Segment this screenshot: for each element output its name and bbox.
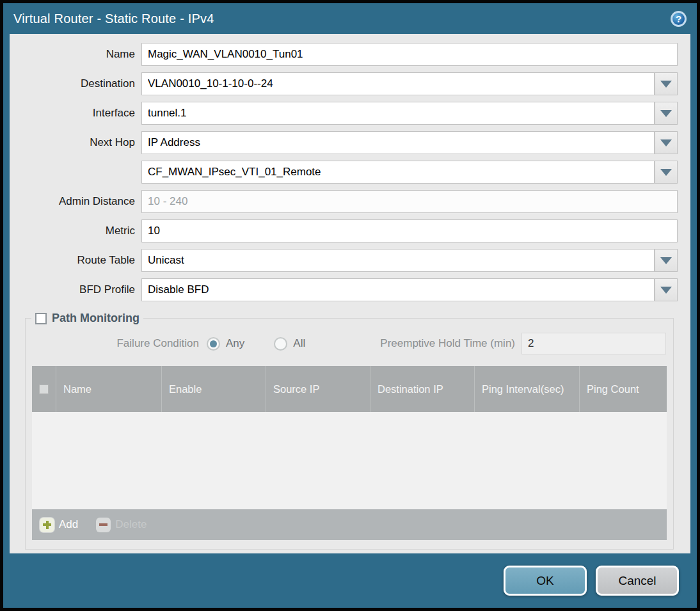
bfd-profile-input[interactable] — [141, 278, 655, 301]
minus-icon — [96, 518, 111, 532]
next-hop-address-dropdown-button[interactable] — [655, 161, 678, 184]
column-header-destination-ip[interactable]: Destination IP — [370, 366, 475, 412]
next-hop-type-dropdown-button[interactable] — [655, 131, 678, 154]
dialog-titlebar: Virtual Router - Static Route - IPv4 ? — [3, 3, 697, 34]
next-hop-label: Next Hop — [10, 131, 141, 154]
select-all-checkbox[interactable] — [39, 385, 49, 394]
path-monitoring-section: Path Monitoring Failure Condition Any Al… — [25, 312, 674, 550]
preemptive-hold-time-label: Preemptive Hold Time (min) — [380, 337, 521, 350]
chevron-down-icon — [660, 287, 672, 294]
interface-input[interactable] — [141, 102, 655, 125]
help-icon[interactable]: ? — [671, 11, 687, 27]
metric-row: Metric — [10, 219, 678, 242]
destination-row: Destination — [10, 72, 678, 95]
name-row: Name — [10, 43, 678, 66]
delete-button-label: Delete — [115, 518, 147, 531]
chevron-down-icon — [660, 110, 672, 117]
failure-condition-label: Failure Condition — [33, 337, 207, 350]
ok-button[interactable]: OK — [504, 566, 587, 596]
admin-distance-label: Admin Distance — [10, 190, 141, 213]
admin-distance-input[interactable] — [141, 190, 678, 213]
failure-condition-radio-all[interactable] — [274, 337, 287, 351]
plus-icon — [40, 518, 54, 532]
select-all-checkbox-cell — [32, 366, 56, 412]
delete-button[interactable]: Delete — [96, 518, 147, 532]
column-header-source-ip[interactable]: Source IP — [266, 366, 370, 412]
next-hop-row: Next Hop — [10, 131, 678, 154]
column-header-enable[interactable]: Enable — [162, 366, 266, 412]
add-button-label: Add — [59, 518, 78, 531]
next-hop-address-input[interactable] — [141, 161, 655, 184]
table-actions-bar: Add Delete — [32, 509, 667, 540]
next-hop-address-label — [10, 161, 141, 184]
chevron-down-icon — [660, 169, 672, 176]
destination-dropdown-button[interactable] — [655, 72, 678, 95]
metric-label: Metric — [10, 219, 141, 242]
next-hop-address-row — [10, 161, 678, 184]
path-monitoring-title: Path Monitoring — [52, 312, 139, 325]
bfd-profile-dropdown-button[interactable] — [655, 278, 678, 301]
column-header-name[interactable]: Name — [56, 366, 162, 412]
admin-distance-row: Admin Distance — [10, 190, 678, 213]
cancel-button[interactable]: Cancel — [596, 566, 679, 596]
name-label: Name — [10, 43, 141, 66]
column-header-ping-interval[interactable]: Ping Interval(sec) — [475, 366, 580, 412]
route-table-label: Route Table — [10, 249, 141, 272]
metric-input[interactable] — [141, 219, 678, 242]
failure-condition-radio-any[interactable] — [207, 337, 220, 351]
bfd-profile-label: BFD Profile — [10, 278, 141, 301]
table-body-empty — [32, 412, 667, 509]
bfd-profile-row: BFD Profile — [10, 278, 678, 301]
route-table-input[interactable] — [141, 249, 655, 272]
destination-label: Destination — [10, 72, 141, 95]
column-header-ping-count[interactable]: Ping Count — [580, 366, 667, 412]
screen: Virtual Router - Static Route - IPv4 ? N… — [0, 0, 700, 611]
interface-label: Interface — [10, 102, 141, 125]
failure-condition-row: Failure Condition Any All Preemptive Hol… — [33, 331, 666, 356]
failure-condition-option-all-label: All — [293, 337, 305, 350]
next-hop-type-input[interactable] — [141, 131, 655, 154]
dialog-footer: OK Cancel — [3, 553, 697, 608]
route-table-row: Route Table — [10, 249, 678, 272]
interface-row: Interface — [10, 102, 678, 125]
route-table-dropdown-button[interactable] — [655, 249, 678, 272]
dialog-content: Name Destination Interface — [10, 34, 690, 553]
failure-condition-option-any-label: Any — [226, 337, 244, 350]
static-route-dialog: Virtual Router - Static Route - IPv4 ? N… — [3, 3, 697, 608]
path-monitoring-checkbox[interactable] — [35, 313, 47, 324]
path-monitoring-table: Name Enable Source IP Destination IP Pin… — [32, 366, 667, 540]
chevron-down-icon — [660, 257, 672, 264]
chevron-down-icon — [660, 81, 672, 88]
dialog-title: Virtual Router - Static Route - IPv4 — [13, 12, 214, 26]
interface-dropdown-button[interactable] — [655, 102, 678, 125]
add-button[interactable]: Add — [40, 518, 78, 532]
name-input[interactable] — [141, 43, 678, 66]
table-header-row: Name Enable Source IP Destination IP Pin… — [32, 366, 667, 412]
chevron-down-icon — [660, 139, 672, 147]
destination-input[interactable] — [141, 72, 655, 95]
preemptive-hold-time-input[interactable] — [521, 333, 666, 354]
path-monitoring-legend: Path Monitoring — [31, 312, 143, 325]
